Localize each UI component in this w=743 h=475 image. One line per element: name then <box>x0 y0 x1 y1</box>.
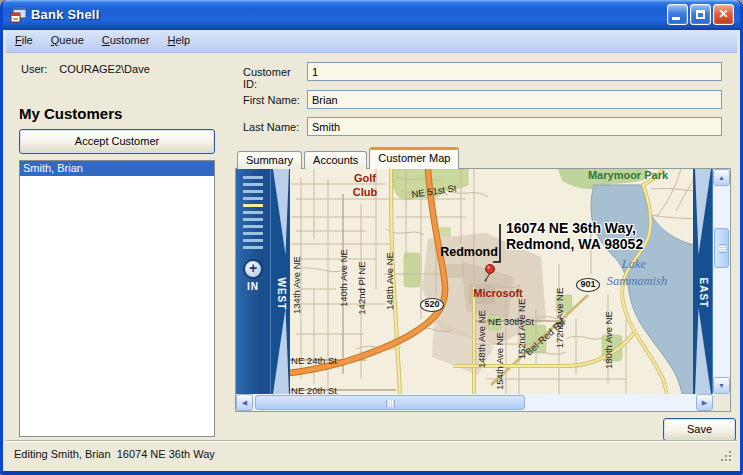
pan-east-label: EAST <box>698 278 709 298</box>
menu-bar: FileQueueCustomerHelp <box>6 30 737 53</box>
map-label: 148th Ave NE <box>384 252 395 310</box>
map-label: 140th Ave NE <box>338 249 349 307</box>
accept-customer-button[interactable]: Accept Customer <box>19 129 215 154</box>
map-label: Lake <box>622 257 646 272</box>
window-title: Bank Shell <box>31 7 99 22</box>
map-label: 172nd Ave NE <box>554 288 565 349</box>
pan-west-label: WEST <box>276 278 287 298</box>
map-label: Sammamish <box>607 274 667 289</box>
customer-list-item[interactable]: Smith, Brian <box>20 161 214 176</box>
pan-east-arrow-bottom[interactable] <box>695 308 711 394</box>
address-callout: 16074 NE 36th Way, Redmond, WA 98052 <box>506 220 643 252</box>
map-label: Redmond <box>440 245 498 259</box>
zoom-tick[interactable] <box>243 204 263 207</box>
map-viewport[interactable]: GolfClubNE 51st StMarymoor ParkRedmondMi… <box>236 169 713 394</box>
minimize-button[interactable] <box>667 4 688 25</box>
route-shield: 520 <box>420 298 444 312</box>
user-line: User:COURAGE2\Dave <box>21 63 150 75</box>
callout-line2: Redmond, WA 98052 <box>506 236 643 252</box>
thumb-grip <box>719 248 726 249</box>
map-label: 154th Ave NE <box>494 332 505 390</box>
zoom-tick[interactable] <box>243 246 263 249</box>
map-label: 148th Ave NE <box>476 310 487 368</box>
maximize-icon <box>696 10 705 19</box>
zoom-level-ticks[interactable] <box>243 176 263 253</box>
last-name-label: Last Name: <box>243 121 305 133</box>
zoom-in-button[interactable]: + <box>243 259 263 279</box>
zoom-tick[interactable] <box>243 183 263 186</box>
zoom-tick[interactable] <box>243 232 263 235</box>
map-label: NE 20th St <box>291 385 337 395</box>
map-label: NE 30th St <box>488 316 534 327</box>
save-button[interactable]: Save <box>663 418 736 441</box>
zoom-tick[interactable] <box>243 239 263 242</box>
zoom-tick[interactable] <box>243 176 263 179</box>
my-customers-title: My Customers <box>19 105 122 122</box>
resize-grip[interactable] <box>720 450 733 463</box>
zoom-tick[interactable] <box>243 197 263 200</box>
close-button[interactable]: ✕ <box>713 4 734 25</box>
thumb-grip <box>390 400 391 407</box>
tab-strip: Summary Accounts Customer Map <box>237 151 459 169</box>
app-icon <box>10 6 27 23</box>
first-name-label: First Name: <box>243 94 305 106</box>
pan-west-control[interactable]: WEST <box>270 169 290 394</box>
user-label: User: <box>21 63 47 75</box>
status-text: Editing Smith, Brian 16074 NE 36th Way <box>14 448 215 460</box>
map-label: 152nd Ave NE <box>516 299 527 360</box>
map-label: NE 24th St <box>291 355 337 366</box>
customer-map-page: GolfClubNE 51st StMarymoor ParkRedmondMi… <box>235 168 731 412</box>
map-label: 134th Ave NE <box>291 256 302 314</box>
map-label: Microsoft <box>473 287 523 299</box>
customers-listbox[interactable]: Smith, Brian <box>19 160 215 437</box>
zoom-in-label: IN <box>236 281 270 292</box>
map-vertical-scrollbar[interactable]: ▲ ▼ <box>713 169 730 394</box>
tab-accounts[interactable]: Accounts <box>304 151 367 169</box>
zoom-tick[interactable] <box>243 190 263 193</box>
pan-east-arrow-top[interactable] <box>695 169 711 255</box>
zoom-tick[interactable] <box>243 225 263 228</box>
horizontal-scroll-thumb[interactable] <box>255 395 525 410</box>
callout-line1: 16074 NE 36th Way, <box>506 220 643 236</box>
scroll-left-button[interactable]: ◀ <box>236 394 253 411</box>
bank-shell-window: Bank Shell ✕ FileQueueCustomerHelp User:… <box>0 0 743 475</box>
scrollbar-corner <box>713 394 730 411</box>
map-horizontal-scrollbar[interactable]: ◀ ▶ <box>236 394 713 411</box>
customer-id-field[interactable] <box>307 62 722 81</box>
user-value: COURAGE2\Dave <box>59 63 149 75</box>
scroll-down-button[interactable]: ▼ <box>713 377 730 394</box>
scroll-up-button[interactable]: ▲ <box>713 169 730 186</box>
title-bar[interactable]: Bank Shell ✕ <box>3 0 740 30</box>
map-label: Golf <box>354 172 376 184</box>
vertical-scroll-thumb[interactable] <box>714 228 729 268</box>
scroll-right-button[interactable]: ▶ <box>696 394 713 411</box>
map-label: Marymoor Park <box>588 169 668 181</box>
tab-summary[interactable]: Summary <box>237 151 302 169</box>
pan-west-arrow-top[interactable] <box>273 169 289 255</box>
minimize-icon <box>672 17 680 20</box>
last-name-field[interactable] <box>307 117 722 136</box>
zoom-tick[interactable] <box>243 218 263 221</box>
map-label: Club <box>353 186 377 198</box>
route-shield: 901 <box>576 278 600 292</box>
zoom-tick[interactable] <box>243 211 263 214</box>
map-label: 180th Ave NE <box>603 311 614 369</box>
tab-customer-map[interactable]: Customer Map <box>369 147 459 169</box>
menu-item-help[interactable]: Help <box>159 30 200 46</box>
pan-west-arrow-bottom[interactable] <box>273 308 289 394</box>
pan-east-control[interactable]: EAST <box>693 169 713 394</box>
window-body: Bank Shell ✕ FileQueueCustomerHelp User:… <box>0 0 743 475</box>
menu-item-queue[interactable]: Queue <box>42 30 93 46</box>
maximize-button[interactable] <box>690 4 711 25</box>
menu-item-customer[interactable]: Customer <box>93 30 159 46</box>
map-zoom-panel: + IN <box>236 169 270 394</box>
first-name-field[interactable] <box>307 90 722 109</box>
customer-id-label: Customer ID: <box>243 66 305 90</box>
map-label: 142nd Pl NE <box>356 261 367 314</box>
menu-item-file[interactable]: File <box>6 30 42 46</box>
status-bar: Editing Smith, Brian 16074 NE 36th Way <box>6 441 737 467</box>
